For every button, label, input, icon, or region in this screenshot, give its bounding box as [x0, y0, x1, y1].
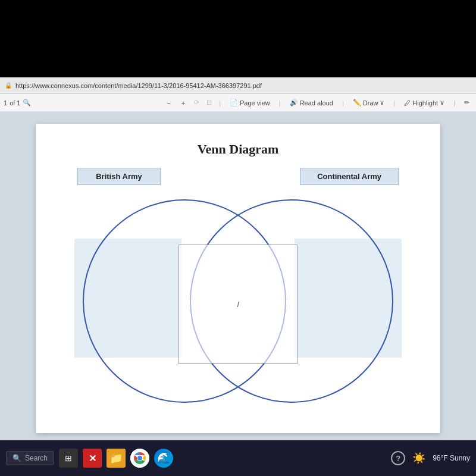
- taskbar-right-group: ? ☀️ 96°F Sunny: [391, 451, 470, 465]
- pdf-content-area: Venn Diagram British Army Continental Ar…: [0, 112, 476, 440]
- taskbar-close-icon[interactable]: ✕: [83, 449, 102, 468]
- search-icon[interactable]: 🔍: [23, 99, 31, 107]
- search-label: Search: [25, 454, 48, 462]
- read-aloud-button[interactable]: 🔊 Read aloud: [287, 98, 336, 108]
- zoom-plus-button[interactable]: +: [178, 98, 188, 108]
- british-army-label: British Army: [77, 168, 161, 185]
- pdf-toolbar: 1 of 1 🔍 − + ⟳ ⊡ | 📄 Page view | 🔊 Read …: [0, 94, 476, 112]
- highlight-button[interactable]: 🖊 Highlight ∨: [401, 98, 447, 108]
- venn-circles-container: I: [65, 191, 411, 411]
- black-top-bar: [0, 0, 476, 77]
- url-bar[interactable]: 🔒 https://www.connexus.com/content/media…: [0, 77, 476, 94]
- separator-1: ⟳: [194, 99, 199, 107]
- separator-bar: |: [219, 99, 221, 107]
- separator-fit: ⊡: [206, 99, 212, 107]
- pdf-page: Venn Diagram British Army Continental Ar…: [36, 124, 440, 433]
- search-icon: 🔍: [12, 454, 21, 462]
- taskbar: 🔍 Search ⊞ ✕ 📁 🌊 ? ☀️ 96°F Sunny: [0, 440, 476, 476]
- overlap-textbox[interactable]: I: [178, 245, 298, 364]
- of-label: of 1: [10, 99, 20, 107]
- sep2: |: [279, 99, 281, 107]
- toolbar-left-group: 1 of 1 🔍: [4, 99, 31, 107]
- page-number-label: 1: [4, 99, 7, 107]
- sep3: |: [342, 99, 344, 107]
- taskbar-edge-icon[interactable]: 🌊: [154, 449, 173, 468]
- svg-point-4: [137, 456, 142, 461]
- page-view-button[interactable]: 📄 Page view: [227, 98, 273, 108]
- url-lock-icon: 🔒: [5, 82, 12, 89]
- taskbar-search[interactable]: 🔍 Search: [6, 451, 54, 465]
- help-button[interactable]: ?: [391, 451, 405, 465]
- weather-text: 96°F Sunny: [433, 454, 470, 462]
- browser-window: 🔒 https://www.connexus.com/content/media…: [0, 77, 476, 440]
- weather-icon: ☀️: [412, 452, 425, 465]
- taskbar-cortana-button[interactable]: ⊞: [59, 449, 78, 468]
- draw-button[interactable]: ✏️ Draw ∨: [350, 98, 388, 108]
- eraser-button[interactable]: ✏: [461, 98, 472, 108]
- taskbar-chrome-icon[interactable]: [130, 449, 149, 468]
- taskbar-folder-icon[interactable]: 📁: [107, 449, 126, 468]
- url-text[interactable]: https://www.connexus.com/content/media/1…: [15, 82, 262, 89]
- army-labels-row: British Army Continental Army: [65, 168, 411, 185]
- sep5: |: [453, 99, 455, 107]
- continental-army-label: Continental Army: [300, 168, 399, 185]
- zoom-minus-button[interactable]: −: [164, 98, 173, 108]
- diagram-title: Venn Diagram: [65, 142, 411, 157]
- sep4: |: [393, 99, 395, 107]
- overlap-cursor: I: [237, 300, 239, 309]
